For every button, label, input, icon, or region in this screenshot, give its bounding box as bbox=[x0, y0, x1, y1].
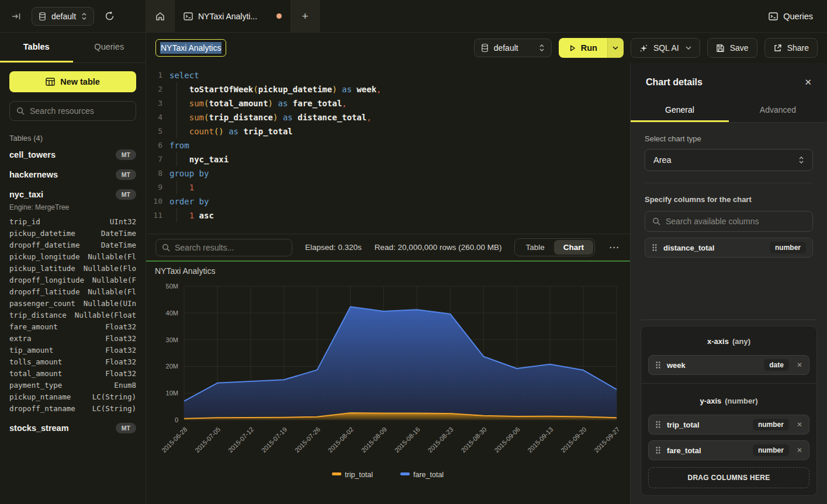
results-search-input[interactable] bbox=[175, 243, 286, 252]
collapse-sidebar-icon[interactable] bbox=[8, 8, 25, 25]
table-row[interactable]: hackernews MT bbox=[9, 165, 136, 185]
sidebar-search[interactable] bbox=[9, 101, 136, 121]
svg-text:2015-09-20: 2015-09-20 bbox=[559, 426, 587, 454]
column-type: Nullable(UIn bbox=[84, 298, 136, 310]
column-chip[interactable]: distance_total number bbox=[645, 238, 813, 258]
y-axis-hint: (number) bbox=[725, 397, 757, 405]
column-name: pickup_ntaname bbox=[9, 391, 71, 403]
table-row[interactable]: cell_towers MT bbox=[9, 145, 136, 165]
refresh-icon[interactable] bbox=[101, 8, 117, 25]
run-options-caret[interactable] bbox=[607, 38, 624, 58]
drag-handle-icon[interactable] bbox=[655, 446, 661, 454]
share-button[interactable]: Share bbox=[764, 38, 818, 58]
column-name: pickup_datetime bbox=[9, 228, 75, 239]
column-type: Nullable(F bbox=[92, 274, 136, 286]
chip-type-badge: number bbox=[753, 419, 789, 430]
run-database-selector[interactable]: default bbox=[474, 39, 552, 57]
home-icon[interactable] bbox=[146, 0, 174, 32]
queries-button-label: Queries bbox=[783, 12, 813, 21]
more-options-icon[interactable]: ⋯ bbox=[608, 241, 621, 253]
engine-badge: MT bbox=[116, 423, 136, 433]
svg-text:2015-09-27: 2015-09-27 bbox=[593, 426, 621, 454]
tab-strip: NYTaxi Analyti... + bbox=[146, 0, 320, 32]
tab-queries[interactable]: Queries bbox=[73, 33, 146, 62]
query-tab[interactable]: NYTaxi Analyti... bbox=[174, 0, 291, 32]
code-text: 1 asc bbox=[169, 208, 214, 223]
column-chip[interactable]: week date ✕ bbox=[648, 355, 809, 375]
tab-advanced[interactable]: Advanced bbox=[729, 98, 827, 122]
main-area: 1select2 toStartOfWeek(pickup_datetime) … bbox=[146, 63, 630, 504]
svg-text:trip_total: trip_total bbox=[345, 471, 373, 479]
svg-text:50M: 50M bbox=[166, 283, 178, 290]
tab-tables[interactable]: Tables bbox=[0, 33, 73, 62]
save-button[interactable]: Save bbox=[707, 38, 757, 58]
topbar-spacer bbox=[320, 0, 755, 32]
line-number: 3 bbox=[146, 96, 169, 110]
svg-text:2015-07-12: 2015-07-12 bbox=[227, 426, 255, 454]
sql-ai-caret[interactable] bbox=[686, 46, 691, 50]
table-name: stocks_stream bbox=[9, 423, 69, 433]
tab-general[interactable]: General bbox=[631, 98, 729, 122]
sql-ai-button[interactable]: SQL AI bbox=[631, 38, 700, 58]
chevron-updown-icon bbox=[539, 44, 545, 52]
database-name: default bbox=[51, 12, 76, 21]
results-search[interactable] bbox=[155, 239, 292, 256]
columns-search-input[interactable] bbox=[666, 217, 805, 226]
new-tab-plus-icon[interactable]: + bbox=[291, 0, 319, 32]
chip-close-icon[interactable]: ✕ bbox=[795, 420, 802, 429]
chart-details-header: Chart details ✕ bbox=[631, 63, 827, 98]
drag-columns-drop-zone[interactable]: DRAG COLUMNS HERE bbox=[648, 467, 809, 488]
code-line: 4 sum(trip_distance) as distance_total, bbox=[146, 110, 630, 124]
line-number: 5 bbox=[146, 124, 169, 138]
svg-text:0: 0 bbox=[175, 416, 178, 423]
table-grid-icon bbox=[46, 78, 55, 86]
chart-type-label: Select chart type bbox=[645, 134, 813, 143]
drag-handle-icon[interactable] bbox=[655, 420, 661, 429]
close-icon[interactable]: ✕ bbox=[804, 77, 812, 88]
line-number: 9 bbox=[146, 180, 169, 194]
column-type: UInt32 bbox=[110, 216, 136, 228]
toggle-table[interactable]: Table bbox=[516, 240, 553, 255]
table-row[interactable]: nyc_taxi MT bbox=[9, 185, 136, 204]
columns-search[interactable] bbox=[645, 211, 813, 232]
share-icon bbox=[773, 44, 782, 53]
toggle-chart[interactable]: Chart bbox=[554, 240, 593, 255]
code-line: 2 toStartOfWeek(pickup_datetime) as week… bbox=[146, 82, 630, 96]
play-icon bbox=[569, 44, 576, 52]
code-line: 11 1 asc bbox=[146, 208, 630, 223]
chart-type-select[interactable]: Area bbox=[645, 149, 813, 171]
queries-button[interactable]: Queries bbox=[755, 0, 827, 32]
new-table-button[interactable]: New table bbox=[9, 71, 136, 92]
sidebar-search-input[interactable] bbox=[30, 106, 129, 116]
chart-details-tabs: General Advanced bbox=[631, 98, 827, 123]
line-number: 8 bbox=[146, 166, 169, 180]
results-chart[interactable]: 010M20M30M40M50M2015-06-282015-07-052015… bbox=[146, 262, 630, 504]
x-axis-label: x-axis bbox=[707, 337, 729, 346]
column-chip[interactable]: fare_total number ✕ bbox=[648, 440, 809, 460]
view-toggle: Table Chart bbox=[514, 238, 595, 256]
drag-handle-icon[interactable] bbox=[652, 244, 658, 252]
chart-section: NYTaxi Analytics 010M20M30M40M50M2015-06… bbox=[146, 262, 630, 504]
column-row: pickup_latitude Nullable(Flo bbox=[9, 263, 136, 274]
column-chip[interactable]: trip_total number ✕ bbox=[648, 415, 809, 435]
table-row[interactable]: stocks_stream MT bbox=[9, 418, 136, 438]
x-axis-hint: (any) bbox=[732, 337, 750, 346]
database-icon bbox=[39, 12, 46, 21]
query-title-input[interactable]: NYTaxi Analytics bbox=[155, 39, 226, 57]
chip-close-icon[interactable]: ✕ bbox=[795, 446, 802, 454]
column-row: total_amount Float32 bbox=[9, 368, 136, 380]
panel-spacer bbox=[631, 258, 827, 319]
run-button[interactable]: Run bbox=[559, 38, 624, 58]
database-selector[interactable]: default bbox=[32, 7, 94, 26]
run-button-main[interactable]: Run bbox=[559, 38, 607, 58]
code-text: count() as trip_total bbox=[169, 124, 293, 138]
table-engine-label: Engine: MergeTree bbox=[9, 203, 136, 211]
chart-details-body: Select chart type Area Specify columns f… bbox=[631, 123, 827, 258]
svg-text:2015-08-09: 2015-08-09 bbox=[360, 426, 388, 454]
chevron-down-icon bbox=[686, 46, 691, 50]
chevron-down-icon bbox=[613, 46, 618, 50]
column-row: dropoff_datetime DateTime bbox=[9, 239, 136, 251]
drag-handle-icon[interactable] bbox=[655, 361, 661, 369]
sql-editor[interactable]: 1select2 toStartOfWeek(pickup_datetime) … bbox=[146, 63, 630, 234]
chip-close-icon[interactable]: ✕ bbox=[795, 361, 802, 369]
